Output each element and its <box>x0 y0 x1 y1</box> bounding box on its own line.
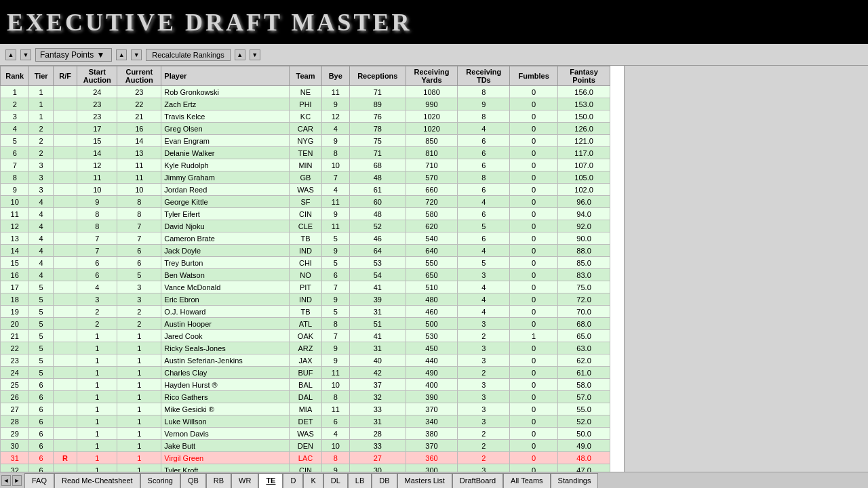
table-cell: 23 <box>117 86 161 98</box>
scroll-up-arrow[interactable]: ▲ <box>5 49 16 60</box>
table-cell: 42 <box>349 367 406 379</box>
table-cell <box>53 232 77 245</box>
table-row[interactable]: 30611Jake ButtDEN10333702049.0 <box>1 440 610 452</box>
table-row[interactable]: 11488Tyler EifertCIN9485806094.0 <box>1 208 610 220</box>
table-row[interactable]: 212322Zach ErtzPHI98999090153.0 <box>1 98 610 110</box>
tab-masters-list[interactable]: Masters List <box>397 473 452 488</box>
table-cell: 53 <box>349 257 406 269</box>
table-row[interactable]: 19522O.J. HowardTB5314604070.0 <box>1 306 610 318</box>
table-row[interactable]: 621413Delanie WalkerTEN87181060117.0 <box>1 147 610 159</box>
table-row[interactable]: 521514Evan EngramNYG97585060121.0 <box>1 135 610 147</box>
table-cell: 3 <box>458 464 510 472</box>
tab-k[interactable]: K <box>303 473 323 488</box>
tab-read-me-cheatsheet[interactable]: Read Me-Cheatsheet <box>54 473 140 488</box>
table-cell: 710 <box>406 159 458 171</box>
table-cell: 10 <box>321 440 349 452</box>
tab-d[interactable]: D <box>283 473 303 488</box>
table-cell: 32 <box>1 464 29 472</box>
recalculate-btn[interactable]: Recalculate Rankings <box>146 49 230 61</box>
tab-dl[interactable]: DL <box>323 473 348 488</box>
table-cell: 5 <box>321 306 349 318</box>
tab-rb[interactable]: RB <box>206 473 231 488</box>
table-row[interactable]: 20522Austin HooperATL8515003068.0 <box>1 318 610 330</box>
tab-next-arrow[interactable]: ► <box>12 475 22 486</box>
table-row[interactable]: 12487David NjokuCLE11526205092.0 <box>1 220 610 232</box>
table-cell: R <box>53 452 77 464</box>
table-cell: Hayden Hurst ® <box>161 379 290 391</box>
table-row[interactable]: 27611Mike Gesicki ®MIA11333703055.0 <box>1 403 610 415</box>
recalc-scroll-down[interactable]: ▼ <box>131 49 142 60</box>
table-cell: 8 <box>458 110 510 123</box>
table-cell <box>53 293 77 306</box>
table-body: 112423Rob GronkowskiNE1171108080156.0212… <box>1 86 610 472</box>
table-row[interactable]: 731211Kyle RudolphMIN106871060107.0 <box>1 159 610 171</box>
table-cell: 8 <box>458 86 510 98</box>
table-cell: 390 <box>406 391 458 403</box>
table-row[interactable]: 29611Vernon DavisWAS4283802050.0 <box>1 428 610 440</box>
table-cell: Cameron Brate <box>161 232 290 245</box>
tab-te[interactable]: TE <box>258 473 283 488</box>
table-cell: Trey Burton <box>161 257 290 269</box>
table-cell: 61.0 <box>558 367 610 379</box>
table-row[interactable]: 28611Luke WillsonDET6313403052.0 <box>1 415 610 428</box>
table-cell: 11 <box>321 86 349 98</box>
table-row[interactable]: 10498George KittleSF11607204096.0 <box>1 196 610 208</box>
tab-qb[interactable]: QB <box>180 473 206 488</box>
table-row[interactable]: 15466Trey BurtonCHI5535505085.0 <box>1 257 610 269</box>
table-cell: 107.0 <box>558 159 610 171</box>
table-row[interactable]: 26611Rico GathersDAL8323903057.0 <box>1 391 610 403</box>
dropdown1-label: Fantasy Points <box>40 50 94 60</box>
tab-scoring[interactable]: Scoring <box>140 473 180 488</box>
table-cell: 61 <box>349 184 406 196</box>
tab-lb[interactable]: LB <box>348 473 372 488</box>
table-row[interactable]: 32611Tyler KroftCIN9303003047.0 <box>1 464 610 472</box>
fantasy-points-dropdown[interactable]: Fantasy Points ▼ <box>35 48 112 62</box>
recalc-btn-arrow-down[interactable]: ▼ <box>250 49 260 60</box>
table-cell: 2 <box>458 330 510 342</box>
data-table-container[interactable]: Rank Tier R/F StartAuction CurrentAuctio… <box>0 66 624 472</box>
col-start-auction: StartAuction <box>77 66 117 86</box>
table-cell: 55.0 <box>558 403 610 415</box>
table-cell: O.J. Howard <box>161 306 290 318</box>
table-cell: 0 <box>510 135 558 147</box>
table-row[interactable]: 14476Jack DoyleIND9646404088.0 <box>1 245 610 257</box>
tab-all-teams[interactable]: All Teams <box>503 473 550 488</box>
table-row[interactable]: 25611Hayden Hurst ®BAL10374003058.0 <box>1 379 610 391</box>
table-cell: 33 <box>349 440 406 452</box>
table-cell: DEN <box>290 440 321 452</box>
table-cell: 3 <box>458 318 510 330</box>
table-cell: 21 <box>1 330 29 342</box>
table-cell: 3 <box>77 293 117 306</box>
tab-faq[interactable]: FAQ <box>24 473 54 488</box>
tab-db[interactable]: DB <box>372 473 397 488</box>
table-cell: 7 <box>321 281 349 293</box>
table-row[interactable]: 18533Eric EbronIND9394804072.0 <box>1 293 610 306</box>
table-row[interactable]: 22511Ricky Seals-JonesARZ9314503063.0 <box>1 342 610 354</box>
table-row[interactable]: 931010Jordan ReedWAS46166060102.0 <box>1 184 610 196</box>
table-cell: PHI <box>290 98 321 110</box>
table-cell: 6 <box>77 269 117 281</box>
tab-prev-arrow[interactable]: ◄ <box>1 475 11 486</box>
table-row[interactable]: 21511Jared CookOAK7415302165.0 <box>1 330 610 342</box>
table-row[interactable]: 421716Greg OlsenCAR478102040126.0 <box>1 123 610 135</box>
table-cell: JAX <box>290 354 321 367</box>
tab-standings[interactable]: Standings <box>551 473 599 488</box>
table-row[interactable]: 13477Cameron BrateTB5465406090.0 <box>1 232 610 245</box>
tab-draftboard[interactable]: DraftBoard <box>452 473 503 488</box>
table-row[interactable]: 112423Rob GronkowskiNE1171108080156.0 <box>1 86 610 98</box>
table-row[interactable]: 23511Austin Seferian-JenkinsJAX940440306… <box>1 354 610 367</box>
tab-wr[interactable]: WR <box>231 473 258 488</box>
recalc-scroll-up[interactable]: ▲ <box>116 49 127 60</box>
table-row[interactable]: 24511Charles ClayBUF11424902061.0 <box>1 367 610 379</box>
table-cell: Tyler Eifert <box>161 208 290 220</box>
table-row[interactable]: 17543Vance McDonaldPIT7415104075.0 <box>1 281 610 293</box>
col-fantasy-points: FantasyPoints <box>558 66 610 86</box>
table-row[interactable]: 16465Ben WatsonNO6546503083.0 <box>1 269 610 281</box>
table-row[interactable]: 831111Jimmy GrahamGB74857080105.0 <box>1 171 610 184</box>
table-cell: 8 <box>458 171 510 184</box>
table-row[interactable]: 316R11Virgil GreenLAC8273602048.0 <box>1 452 610 464</box>
table-row[interactable]: 312321Travis KelceKC1276102080150.0 <box>1 110 610 123</box>
recalc-btn-arrow-up[interactable]: ▲ <box>235 49 245 60</box>
scroll-down-arrow[interactable]: ▼ <box>20 49 31 60</box>
table-cell: 2 <box>29 135 53 147</box>
